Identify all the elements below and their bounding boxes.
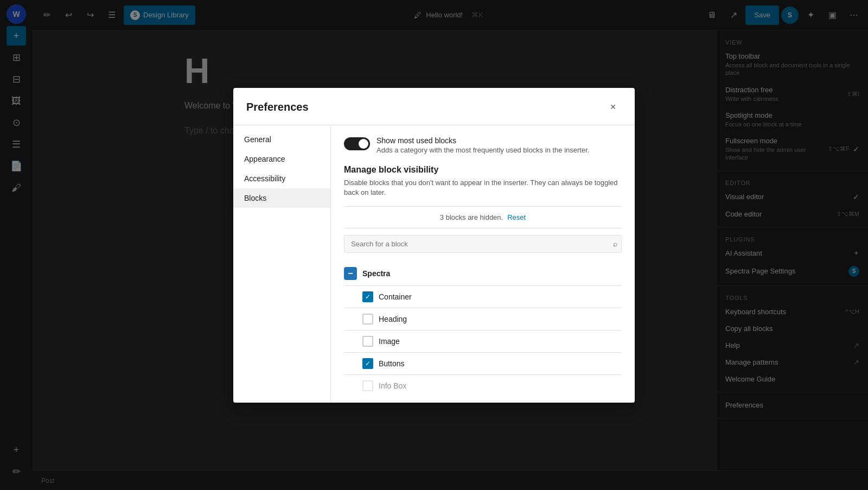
modal-body: General Appearance Accessibility Blocks … [233, 125, 635, 403]
hidden-count-row: 3 blocks are hidden. Reset [344, 206, 622, 228]
spectra-group-name: Spectra [362, 269, 390, 278]
preferences-modal: Preferences × General Appearance Accessi… [233, 88, 635, 403]
image-label: Image [379, 337, 400, 346]
spectra-collapse-button[interactable]: − [344, 267, 357, 280]
container-checkbox[interactable]: ✓ [362, 291, 373, 302]
hidden-count-text: 3 blocks are hidden. [440, 213, 503, 221]
modal-sidebar-blocks[interactable]: Blocks [233, 188, 330, 208]
manage-visibility-title: Manage block visibility [344, 165, 622, 175]
reset-link[interactable]: Reset [507, 213, 526, 221]
search-row: ⌕ [344, 235, 622, 253]
toggle-desc: Adds a category with the most frequently… [376, 146, 589, 154]
buttons-checkbox[interactable]: ✓ [362, 358, 373, 369]
modal-overlay[interactable]: Preferences × General Appearance Accessi… [0, 0, 868, 490]
modal-close-button[interactable]: × [604, 99, 622, 116]
modal-sidebar-appearance[interactable]: Appearance [233, 149, 330, 169]
spectra-group-header: − Spectra [344, 262, 622, 286]
modal-header: Preferences × [233, 88, 635, 125]
heading-checkbox[interactable] [362, 314, 373, 324]
block-item-heading: Heading [344, 308, 622, 330]
search-submit-button[interactable]: ⌕ [613, 239, 617, 248]
info-box-checkbox[interactable] [362, 380, 373, 391]
block-item-image: Image [344, 330, 622, 353]
modal-sidebar-general[interactable]: General [233, 130, 330, 149]
buttons-label: Buttons [379, 359, 404, 368]
container-label: Container [379, 292, 412, 301]
toggle-row: Show most used blocks Adds a category wi… [344, 136, 622, 154]
modal-sidebar-accessibility[interactable]: Accessibility [233, 169, 330, 188]
block-item-buttons: ✓ Buttons [344, 353, 622, 375]
block-item-container: ✓ Container [344, 286, 622, 308]
block-item-info-box: Info Box [344, 375, 622, 397]
image-checkbox[interactable] [362, 336, 373, 347]
heading-label: Heading [379, 315, 407, 323]
show-most-used-toggle[interactable] [344, 137, 370, 150]
modal-title: Preferences [246, 101, 309, 113]
spectra-block-group: − Spectra ✓ Container Heading Image [344, 262, 622, 397]
toggle-label: Show most used blocks [376, 136, 589, 145]
modal-content: Show most used blocks Adds a category wi… [331, 125, 635, 403]
info-box-label: Info Box [379, 381, 406, 390]
modal-sidebar: General Appearance Accessibility Blocks [233, 125, 331, 403]
block-search-input[interactable] [344, 235, 622, 253]
manage-visibility-desc: Disable blocks that you don't want to ap… [344, 178, 622, 198]
